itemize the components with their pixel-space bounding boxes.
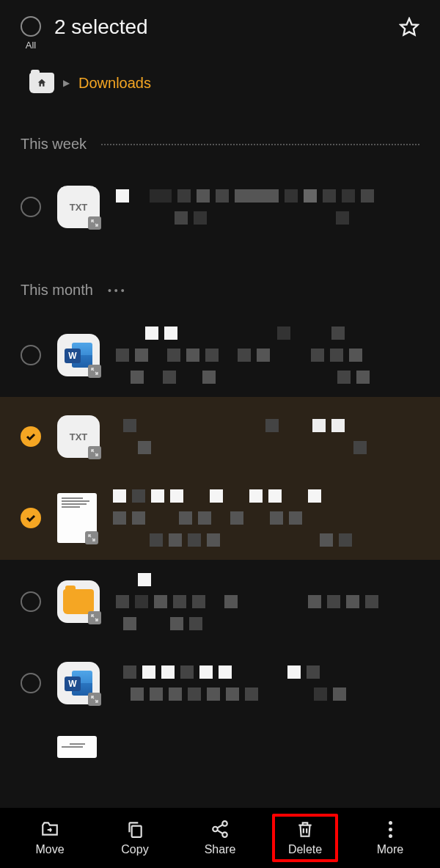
txt-file-icon: TXT (57, 415, 100, 458)
home-icon (37, 78, 47, 88)
share-icon (210, 820, 230, 839)
breadcrumb: ▶ Downloads (0, 56, 440, 101)
expand-icon (88, 611, 101, 624)
section-header-month: This month ••• (0, 247, 440, 313)
file-row[interactable]: TXT (0, 167, 440, 247)
section-divider (101, 144, 419, 145)
svg-marker-0 (400, 18, 417, 34)
svg-rect-1 (132, 826, 142, 837)
expand-icon (85, 531, 98, 544)
file-info-redacted (116, 665, 419, 701)
expand-icon (88, 693, 101, 706)
file-row[interactable]: W (0, 313, 440, 397)
file-info-redacted (113, 489, 419, 547)
expand-icon (88, 365, 101, 378)
select-all-circle-icon (21, 16, 41, 37)
home-folder-button[interactable] (29, 73, 54, 93)
expand-icon (88, 446, 101, 459)
section-title: This month (21, 282, 93, 299)
chevron-right-icon: ▶ (63, 78, 70, 88)
row-checkbox[interactable] (21, 673, 41, 693)
row-checkbox-checked[interactable] (21, 426, 41, 447)
bottom-toolbar: Move Copy Share Delete More (0, 808, 440, 868)
more-button[interactable]: More (357, 815, 423, 861)
move-folder-icon (40, 820, 59, 839)
section-header-week: This week (0, 101, 440, 167)
file-info-redacted (116, 327, 419, 384)
word-file-icon: W (57, 662, 100, 704)
trash-icon (296, 820, 315, 839)
document-thumbnail-icon (57, 493, 97, 543)
row-checkbox[interactable] (21, 197, 41, 217)
file-row[interactable] (0, 476, 440, 560)
row-checkbox[interactable] (21, 591, 41, 612)
copy-icon (125, 820, 144, 839)
file-info-redacted (116, 189, 419, 225)
row-checkbox-checked[interactable] (21, 508, 41, 528)
file-row[interactable]: TXT (0, 397, 440, 476)
selection-header: All 2 selected (0, 0, 440, 56)
select-all-label: All (26, 40, 36, 51)
section-title: This week (21, 136, 87, 153)
file-row[interactable]: W (0, 643, 440, 723)
svg-point-2 (222, 821, 227, 826)
favorite-star-icon[interactable] (399, 17, 419, 37)
svg-point-4 (222, 832, 227, 837)
txt-file-icon: TXT (57, 186, 100, 228)
copy-button[interactable]: Copy (102, 815, 168, 861)
file-row-partial[interactable] (0, 723, 440, 758)
breadcrumb-current[interactable]: Downloads (78, 75, 151, 92)
expand-icon (88, 216, 101, 230)
file-row[interactable] (0, 560, 440, 643)
document-thumbnail-icon (57, 736, 97, 758)
file-info-redacted (116, 573, 419, 630)
delete-button[interactable]: Delete (272, 814, 338, 862)
word-file-icon: W (57, 334, 100, 376)
share-button[interactable]: Share (187, 815, 253, 861)
file-info-redacted (116, 419, 419, 454)
row-checkbox[interactable] (21, 345, 41, 365)
more-vertical-dots-icon (389, 820, 392, 839)
more-dots-icon: ••• (108, 285, 128, 296)
move-button[interactable]: Move (17, 815, 83, 861)
svg-point-3 (213, 827, 218, 832)
page-title: 2 selected (54, 15, 386, 39)
folder-icon (57, 580, 100, 623)
select-all-button[interactable]: All (21, 16, 41, 51)
